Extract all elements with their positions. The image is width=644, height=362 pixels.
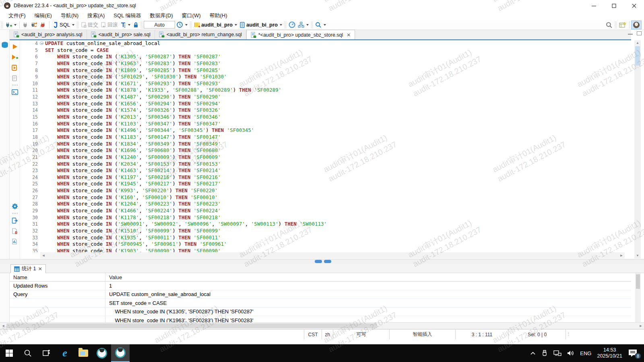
autocommit-value: Auto: [154, 22, 165, 28]
close-button[interactable]: [624, 0, 644, 11]
commit-button[interactable]: 提交: [80, 21, 99, 29]
speaker-icon[interactable]: [567, 350, 574, 356]
quick-search-button[interactable]: [605, 21, 614, 29]
maximize-button[interactable]: [604, 0, 624, 11]
execute-script-button[interactable]: [11, 64, 19, 72]
tab-return-change[interactable]: <audit_bi_pro> return_change.sql: [155, 30, 246, 39]
scroll-left-icon[interactable]: ◄: [0, 323, 6, 329]
disconnect-button[interactable]: [39, 21, 47, 29]
reconnect-button[interactable]: [29, 21, 39, 29]
tab-sale[interactable]: <audit_bi_pro> sale.sql: [87, 30, 155, 39]
table-row[interactable]: QueryUPDATE custom_online_sale_abroad_lo…: [10, 290, 631, 299]
database-navigator-icon[interactable]: [1, 41, 9, 49]
file-explorer-button[interactable]: [74, 344, 93, 362]
sash-up-pill[interactable]: [315, 260, 322, 263]
start-button[interactable]: [0, 344, 19, 362]
language-indicator[interactable]: ENG: [580, 350, 591, 356]
scrollbar-thumb[interactable]: [636, 274, 640, 289]
tab-analysis[interactable]: <audit_bi_pro> analysis.sql: [10, 30, 87, 39]
close-icon[interactable]: ✕: [38, 266, 42, 272]
menu-item-edit[interactable]: 编辑(E): [30, 11, 56, 20]
database-selector[interactable]: audit_bi_pro: [238, 21, 283, 29]
sql-console-button[interactable]: [11, 88, 19, 96]
dbeaver-active-taskbar-button[interactable]: [111, 344, 130, 362]
status-selection[interactable]: Sel: 0 | 0: [508, 329, 566, 339]
menu-item-file[interactable]: 文件(F): [4, 11, 30, 20]
menu-item-search[interactable]: 搜索(A): [83, 11, 109, 20]
editor-settings-button[interactable]: [11, 202, 19, 210]
scrollbar-thumb[interactable]: [635, 46, 640, 66]
action-center-button[interactable]: 8: [628, 349, 638, 358]
search-metadata-button[interactable]: [314, 21, 327, 29]
lock-button[interactable]: [132, 21, 140, 29]
menu-item-database[interactable]: 数据库(D): [146, 11, 178, 20]
sash-down-pill[interactable]: [324, 260, 331, 263]
menu-item-sql-editor[interactable]: SQL 编辑器: [109, 11, 145, 20]
rollback-button[interactable]: 回滚: [99, 21, 119, 29]
explain-plan-button[interactable]: [11, 74, 19, 82]
fold-column[interactable]: [39, 40, 45, 47]
dbeaver-taskbar-button[interactable]: [93, 344, 111, 362]
taskbar-search-button[interactable]: [19, 344, 37, 362]
execute-new-tab-button[interactable]: [11, 53, 19, 61]
table-row[interactable]: WHEN store_code IN ('K1963', 'SF00283') …: [10, 316, 631, 322]
table-row[interactable]: Updated Rows1: [10, 282, 631, 290]
column-header-value[interactable]: Value: [105, 273, 631, 281]
scroll-right-icon[interactable]: ►: [638, 323, 644, 329]
menu-item-window[interactable]: 窗口(W): [178, 11, 205, 20]
line-number: 24: [20, 174, 39, 181]
status-timezone[interactable]: CST: [304, 329, 322, 339]
code-line: 11 WHEN store_code IN ('K1878', 'K1933',…: [20, 87, 625, 94]
status-caret-position[interactable]: 3 : 1 : 111: [455, 329, 508, 339]
dbeaver-perspective-button[interactable]: [631, 21, 642, 29]
connection-selector[interactable]: audit_bi_pro: [193, 21, 238, 29]
export-result-button[interactable]: [11, 216, 19, 224]
editor-vertical-scrollbar[interactable]: ▲ ▼: [634, 40, 641, 259]
dashboard-button[interactable]: [287, 21, 297, 29]
sql-editor-button[interactable]: SQL: [51, 21, 76, 29]
scroll-up-icon[interactable]: ▲: [634, 40, 641, 46]
results-table[interactable]: Name Value Updated Rows1QueryUPDATE cust…: [10, 273, 631, 322]
scroll-right-icon[interactable]: ►: [618, 252, 625, 259]
history-button[interactable]: [175, 21, 189, 29]
menu-item-navigate[interactable]: 导航(N): [56, 11, 83, 20]
tab-update-sbz-store[interactable]: *<audit_bi_pro> update_sbz_store.sql✕: [246, 30, 355, 39]
autocommit-combo[interactable]: Auto: [144, 21, 175, 29]
new-connection-button[interactable]: [4, 21, 18, 29]
sash-collapse-controls[interactable]: [315, 260, 331, 263]
status-insert-mode[interactable]: 智能插入: [389, 329, 455, 339]
minimize-view-icon[interactable]: [628, 31, 633, 35]
usb-icon[interactable]: [541, 350, 548, 356]
results-horizontal-scrollbar[interactable]: ◄ ►: [0, 322, 644, 329]
maximize-view-icon[interactable]: [637, 31, 642, 35]
topology-button[interactable]: [297, 21, 310, 29]
minimize-button[interactable]: [584, 0, 604, 11]
execute-statement-button[interactable]: [11, 43, 19, 51]
close-tab-icon[interactable]: ✕: [347, 32, 351, 38]
connect-button[interactable]: [21, 21, 29, 29]
transaction-log-button[interactable]: [119, 21, 132, 29]
results-vertical-scrollbar[interactable]: [635, 273, 641, 322]
network-icon[interactable]: [553, 350, 561, 356]
open-perspective-button[interactable]: [618, 21, 627, 29]
statistics-doc-button[interactable]: [11, 237, 19, 245]
column-header-name[interactable]: Name: [10, 273, 105, 281]
validation-doc-button[interactable]: [11, 227, 19, 235]
task-view-button[interactable]: [37, 344, 56, 362]
internet-explorer-button[interactable]: e: [56, 344, 74, 362]
status-language[interactable]: zh: [322, 329, 333, 339]
menu-item-help[interactable]: 帮助(H): [205, 11, 231, 20]
scroll-left-icon[interactable]: ◄: [40, 252, 47, 259]
table-row[interactable]: SET store_code = CASE: [10, 299, 631, 308]
table-row[interactable]: WHEN store_code IN ('K1305', 'SF00287') …: [10, 308, 631, 317]
fold-column: [39, 201, 45, 208]
scroll-down-icon[interactable]: ▼: [634, 253, 641, 259]
tray-expand-icon[interactable]: [530, 351, 536, 355]
status-write-mode[interactable]: 可写: [333, 329, 389, 339]
sql-code-editor[interactable]: 4UPDATE custom_online_sale_abroad_local5…: [20, 40, 625, 252]
scrollbar-thumb[interactable]: [6, 323, 377, 328]
taskbar-clock[interactable]: 14:53 2025/10/21: [597, 347, 622, 359]
fold-column: [39, 187, 45, 194]
editor-horizontal-scrollbar[interactable]: ◄ ►: [40, 252, 625, 259]
statistics-tab[interactable]: 统计 1 ✕: [10, 264, 46, 273]
